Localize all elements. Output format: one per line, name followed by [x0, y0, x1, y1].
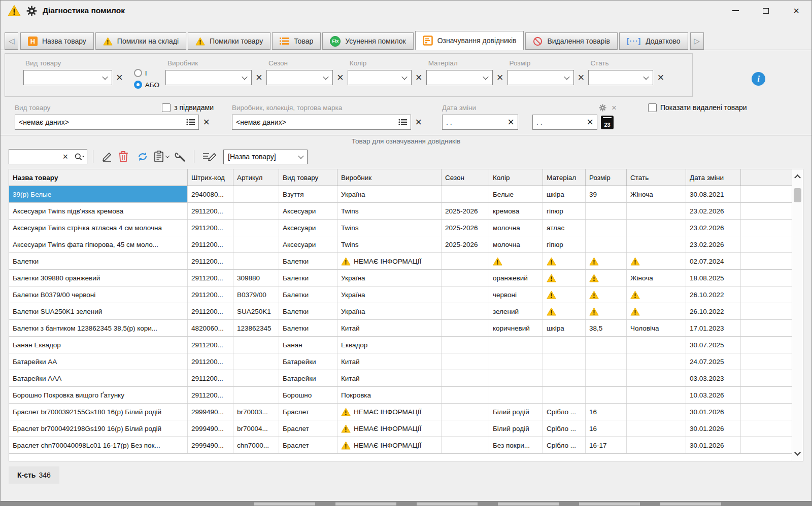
table-cell[interactable]: Браслет chn700040098Lc01 16-17(р) Без по…	[9, 437, 188, 453]
table-cell[interactable]	[489, 337, 543, 353]
table-cell[interactable]: Еквадор	[337, 337, 442, 353]
search-icon[interactable]	[74, 152, 84, 161]
table-cell[interactable]	[442, 370, 489, 386]
product-type-picker[interactable]: <немає даних>	[15, 115, 199, 130]
table-cell[interactable]: 2911200...	[188, 387, 233, 403]
tab-warehouse-errors[interactable]: Помилки на складі	[95, 32, 186, 50]
table-cell[interactable]	[442, 437, 489, 453]
column-header[interactable]: Стать	[627, 169, 686, 186]
show-deleted-checkbox[interactable]	[648, 103, 657, 112]
table-cell[interactable]	[586, 270, 627, 286]
table-cell[interactable]: Білий родій	[489, 420, 543, 437]
edit-list-button[interactable]	[200, 149, 219, 165]
table-cell[interactable]: SUA250K1	[233, 303, 279, 319]
date-settings-gear-icon[interactable]	[599, 104, 606, 112]
table-cell[interactable]: 2911200...	[188, 337, 233, 353]
table-cell[interactable]: 39(р) Белые	[9, 186, 188, 202]
clear-size-button[interactable]: ×	[574, 72, 589, 83]
table-cell[interactable]	[233, 186, 279, 202]
table-cell[interactable]: НЕМАЄ ІНФОРМАЦІЇ	[337, 420, 442, 437]
table-cell[interactable]: гіпюр	[543, 203, 586, 219]
table-row[interactable]: Браслет chn700040098Lc01 16-17(р) Без по…	[9, 437, 792, 454]
column-header[interactable]: Виробник	[337, 169, 442, 186]
table-cell[interactable]	[233, 370, 279, 386]
table-cell[interactable]: B0379/00	[233, 286, 279, 303]
edit-button[interactable]	[99, 149, 115, 165]
table-cell[interactable]: Батарейки АА	[9, 353, 188, 370]
column-header[interactable]: Матеріал	[543, 169, 586, 186]
table-cell[interactable]: 2025-2026	[442, 220, 489, 236]
table-cell[interactable]: гіпюр	[543, 236, 586, 252]
table-cell[interactable]	[442, 387, 489, 403]
radio-or[interactable]	[134, 81, 142, 89]
table-cell[interactable]: Чоловіча	[627, 320, 686, 336]
table-cell[interactable]: 2999490...	[188, 404, 233, 420]
table-cell[interactable]	[543, 370, 586, 386]
table-cell[interactable]	[489, 370, 543, 386]
clear-date-to-button[interactable]: ×	[587, 117, 593, 128]
table-cell[interactable]: 2999490...	[188, 420, 233, 437]
table-cell[interactable]	[586, 303, 627, 319]
table-cell[interactable]: Білий родій	[489, 404, 543, 420]
table-cell[interactable]: Аксесуари	[279, 203, 337, 219]
table-cell[interactable]	[233, 203, 279, 219]
material-combo[interactable]	[426, 70, 493, 85]
table-cell[interactable]: Белые	[489, 186, 543, 202]
table-row[interactable]: Аксесуари Twins підв'язка кремова2911200…	[9, 203, 792, 220]
table-cell[interactable]: Балетки	[279, 253, 337, 269]
table-cell[interactable]: 23.02.2026	[686, 236, 741, 252]
table-cell[interactable]: Аксесуари Twins стрічка атласна 4 см мол…	[9, 220, 188, 236]
info-button[interactable]: i	[752, 72, 765, 86]
column-header[interactable]: Штрих-код	[188, 169, 233, 186]
table-cell[interactable]: Срібло ...	[543, 420, 586, 437]
table-cell[interactable]: Балетки	[9, 253, 188, 269]
table-cell[interactable]: 24.07.2025	[686, 353, 741, 370]
table-cell[interactable]	[233, 353, 279, 370]
table-cell[interactable]	[543, 286, 586, 303]
table-cell[interactable]: 23.02.2026	[686, 203, 741, 219]
table-cell[interactable]	[586, 253, 627, 269]
table-cell[interactable]: Twins	[337, 220, 442, 236]
manufacturer-combo[interactable]	[165, 70, 252, 85]
table-cell[interactable]: Срібло ...	[543, 437, 586, 453]
table-cell[interactable]: молочна	[489, 220, 543, 236]
table-cell[interactable]: 2911200...	[188, 220, 233, 236]
table-row[interactable]: 39(р) Белые2940080...ВзуттяУкраїнаБелыеш…	[9, 186, 792, 203]
column-header[interactable]: Сезон	[442, 169, 489, 186]
table-cell[interactable]: Срібло ...	[543, 404, 586, 420]
table-cell[interactable]: 30.01.2026	[686, 404, 741, 420]
table-cell[interactable]: Аксесуари	[279, 220, 337, 236]
table-cell[interactable]	[627, 220, 686, 236]
tab-reference-marking[interactable]: Означування довідників	[415, 31, 524, 50]
table-cell[interactable]	[627, 387, 686, 403]
column-header[interactable]: Дата зміни	[686, 169, 741, 186]
table-cell[interactable]: шкіра	[543, 320, 586, 336]
table-cell[interactable]: 30.01.2026	[686, 437, 741, 453]
table-cell[interactable]	[627, 370, 686, 386]
table-cell[interactable]: Україна	[337, 303, 442, 319]
table-cell[interactable]: 2911200...	[188, 236, 233, 252]
table-row[interactable]: Балетки 309880 оранжевий2911200...309880…	[9, 270, 792, 286]
table-cell[interactable]: Без покри...	[489, 437, 543, 453]
table-cell[interactable]	[543, 387, 586, 403]
table-cell[interactable]: Банан Еквадор	[9, 337, 188, 353]
table-cell[interactable]: Аксесуари Twins фата гіпюрова, 45 см мол…	[9, 236, 188, 252]
clear-product-type-button[interactable]: ×	[112, 72, 127, 83]
table-cell[interactable]: шкіра	[543, 186, 586, 202]
table-cell[interactable]: молочна	[489, 236, 543, 252]
tab-scroll-left-button[interactable]: ◁	[5, 32, 18, 50]
table-cell[interactable]	[442, 286, 489, 303]
table-cell[interactable]	[627, 303, 686, 319]
date-from-field[interactable]: . . ×	[442, 115, 518, 130]
column-header[interactable]: Розмір	[586, 169, 627, 186]
minimize-button[interactable]	[720, 1, 751, 21]
table-cell[interactable]: 2911200...	[188, 270, 233, 286]
table-cell[interactable]	[586, 387, 627, 403]
table-cell[interactable]	[442, 337, 489, 353]
table-row[interactable]: Балетки2911200...БалеткиНЕМАЄ ІНФОРМАЦІЇ…	[9, 253, 792, 270]
tools-button[interactable]	[172, 149, 188, 165]
clear-search-button[interactable]: ×	[58, 152, 72, 161]
table-cell[interactable]	[442, 303, 489, 319]
table-cell[interactable]	[233, 220, 279, 236]
tab-product-name[interactable]: H Назва товару	[20, 32, 94, 50]
